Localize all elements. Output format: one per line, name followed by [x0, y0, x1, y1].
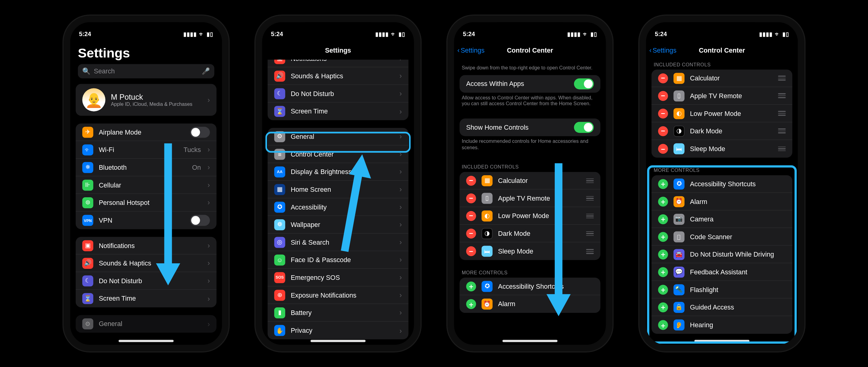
reorder-grip[interactable]: [777, 76, 786, 80]
settings-row-general[interactable]: ⚙︎General›: [76, 315, 217, 333]
settings-row-sounds-haptics[interactable]: 🔊Sounds & Haptics›: [268, 67, 409, 85]
settings-row-general[interactable]: ⚙︎General›: [268, 128, 409, 146]
home-indicator[interactable]: [694, 340, 749, 342]
profile-cell[interactable]: 🧑‍🦲 M Potuck Apple ID, iCloud, Media & P…: [76, 84, 217, 116]
add-button[interactable]: ＋: [658, 214, 668, 224]
back-button[interactable]: ‹ Settings: [457, 47, 485, 54]
cc-row-calculator[interactable]: −▦Calculator: [460, 172, 600, 190]
settings-row-screen-time[interactable]: ⌛Screen Time›: [76, 290, 217, 307]
cc-row-flashlight[interactable]: ＋🔦Flashlight: [652, 281, 793, 299]
cc-row-alarm[interactable]: ＋⏰Alarm: [652, 193, 793, 211]
reorder-grip[interactable]: [777, 129, 786, 133]
search-input[interactable]: 🔍 Search 🎤: [78, 64, 214, 78]
reorder-grip[interactable]: [585, 178, 594, 183]
phone-2-settings-scrolled: 5:24 ▮▮▮▮ ᯤ ▮▯ Settings ▣Notifications›🔊…: [255, 16, 421, 351]
cc-row-low-power-mode[interactable]: −◐Low Power Mode: [460, 207, 600, 225]
add-button[interactable]: ＋: [466, 300, 476, 309]
status-time: 5:24: [463, 31, 475, 37]
add-button[interactable]: ＋: [466, 281, 476, 291]
access-within-apps-toggle[interactable]: [574, 78, 594, 89]
access-within-apps-row[interactable]: Access Within Apps: [460, 75, 600, 93]
settings-row-notifications[interactable]: ▣Notifications›: [76, 237, 217, 255]
cc-row-accessibility-shortcuts[interactable]: ＋✪Accessibility Shortcuts: [460, 278, 600, 296]
reorder-grip[interactable]: [585, 249, 594, 254]
cc-row-apple-tv-remote[interactable]: −▯Apple TV Remote: [460, 190, 600, 208]
settings-row-airplane-mode[interactable]: ✈︎Airplane Mode: [76, 123, 217, 141]
show-home-controls-row[interactable]: Show Home Controls: [460, 119, 600, 136]
general-icon: ⚙︎: [82, 318, 93, 329]
settings-row-control-center[interactable]: ≡Control Center›: [268, 146, 409, 163]
remove-button[interactable]: −: [658, 144, 668, 153]
toggle[interactable]: [190, 126, 210, 138]
settings-row-battery[interactable]: ▮Battery›: [268, 304, 409, 322]
cc-row-camera[interactable]: ＋📷Camera: [652, 210, 793, 228]
settings-row-bluetooth[interactable]: ✵BluetoothOn›: [76, 159, 217, 176]
remove-button[interactable]: −: [466, 176, 476, 186]
cc-row-guided-access[interactable]: ＋🔒Guided Access: [652, 299, 793, 316]
back-button[interactable]: ‹ Settings: [649, 47, 676, 54]
cc-row-do-not-disturb-while-driving[interactable]: ＋🚘Do Not Disturb While Driving: [652, 246, 793, 263]
cc-row-sleep-mode[interactable]: −🛏Sleep Mode: [652, 140, 793, 158]
remove-button[interactable]: −: [658, 91, 668, 101]
settings-row-cellular[interactable]: ⊪Cellular›: [76, 176, 217, 194]
settings-row-exposure-notifications[interactable]: ⊕Exposure Notifications›: [268, 287, 409, 304]
row-label: Sounds & Haptics: [99, 259, 202, 267]
settings-row-screen-time[interactable]: ⌛Screen Time›: [268, 103, 409, 120]
row-label: Apple TV Remote: [498, 195, 580, 202]
apple-tv-remote-icon: ▯: [674, 90, 685, 101]
add-button[interactable]: ＋: [658, 249, 668, 259]
add-button[interactable]: ＋: [658, 196, 668, 206]
settings-row-siri-search[interactable]: ◎Siri & Search›: [268, 234, 409, 251]
add-button[interactable]: ＋: [658, 179, 668, 189]
home-indicator[interactable]: [311, 340, 366, 342]
show-home-controls-toggle[interactable]: [574, 122, 594, 133]
reorder-grip[interactable]: [777, 93, 786, 98]
cc-row-apple-tv-remote[interactable]: −▯Apple TV Remote: [652, 87, 793, 105]
settings-row-do-not-disturb[interactable]: ☾Do Not Disturb›: [76, 272, 217, 290]
cc-row-hearing[interactable]: ＋👂Hearing: [652, 316, 793, 334]
cc-row-low-power-mode[interactable]: −◐Low Power Mode: [652, 105, 793, 123]
settings-row-personal-hotspot[interactable]: ⊚Personal Hotspot›: [76, 194, 217, 211]
reorder-grip[interactable]: [777, 146, 786, 151]
settings-row-sounds-haptics[interactable]: 🔊Sounds & Haptics›: [76, 254, 217, 272]
remove-button[interactable]: −: [466, 228, 476, 238]
home-indicator[interactable]: [502, 340, 557, 342]
remove-button[interactable]: −: [466, 211, 476, 221]
remove-button[interactable]: −: [658, 126, 668, 136]
cc-row-dark-mode[interactable]: −◑Dark Mode: [460, 225, 600, 243]
remove-button[interactable]: −: [466, 193, 476, 203]
settings-row-wallpaper[interactable]: ❁Wallpaper›: [268, 216, 409, 234]
reorder-grip[interactable]: [585, 196, 594, 201]
home-indicator[interactable]: [119, 340, 174, 342]
cc-row-accessibility-shortcuts[interactable]: ＋✪Accessibility Shortcuts: [652, 175, 793, 193]
settings-row-face-id-passcode[interactable]: ☺︎Face ID & Passcode›: [268, 251, 409, 269]
add-button[interactable]: ＋: [658, 302, 668, 312]
cc-row-feedback-assistant[interactable]: ＋💬Feedback Assistant: [652, 263, 793, 281]
settings-row-wi-fi[interactable]: ᯤWi-FiTucks›: [76, 141, 217, 159]
cc-row-alarm[interactable]: ＋⏰Alarm: [460, 295, 600, 313]
reorder-grip[interactable]: [585, 214, 594, 218]
cc-row-sleep-mode[interactable]: −🛏Sleep Mode: [460, 243, 600, 260]
remove-button[interactable]: −: [658, 73, 668, 83]
settings-row-emergency-sos[interactable]: SOSEmergency SOS›: [268, 269, 409, 287]
add-button[interactable]: ＋: [658, 284, 668, 294]
settings-row-home-screen[interactable]: ▦Home Screen›: [268, 181, 409, 198]
reorder-grip[interactable]: [585, 231, 594, 236]
remove-button[interactable]: −: [466, 247, 476, 256]
cc-row-code-scanner[interactable]: ＋⌷Code Scanner: [652, 228, 793, 246]
mic-icon[interactable]: 🎤: [202, 67, 210, 75]
remove-button[interactable]: −: [658, 108, 668, 118]
reorder-grip[interactable]: [777, 111, 786, 116]
settings-row-do-not-disturb[interactable]: ☾Do Not Disturb›: [268, 85, 409, 103]
add-button[interactable]: ＋: [658, 320, 668, 330]
settings-row-display-brightness[interactable]: AADisplay & Brightness›: [268, 163, 409, 181]
settings-row-notifications[interactable]: ▣Notifications›: [268, 60, 409, 67]
cc-row-dark-mode[interactable]: −◑Dark Mode: [652, 122, 793, 140]
add-button[interactable]: ＋: [658, 267, 668, 277]
cc-row-calculator[interactable]: −▦Calculator: [652, 69, 793, 87]
settings-row-vpn[interactable]: VPNVPN: [76, 211, 217, 229]
settings-row-accessibility[interactable]: ✪Accessibility›: [268, 198, 409, 216]
add-button[interactable]: ＋: [658, 232, 668, 242]
toggle[interactable]: [190, 215, 210, 226]
settings-row-privacy[interactable]: ✋Privacy›: [268, 322, 409, 339]
